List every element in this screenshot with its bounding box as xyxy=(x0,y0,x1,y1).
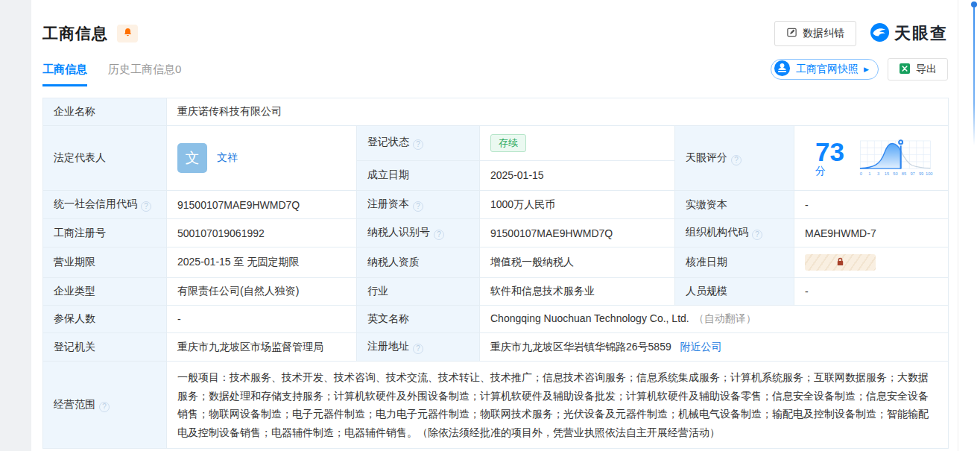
locked-approval-date[interactable] xyxy=(805,254,876,271)
est-date-value: 2025-01-15 xyxy=(480,160,675,190)
industry-value: 软件和信息技术服务业 xyxy=(480,278,675,306)
field-label: 登记状态? xyxy=(357,126,480,161)
field-label: 组织机构代码? xyxy=(675,219,794,247)
business-info-card: 工商信息 数据纠错 天眼查 xyxy=(31,0,958,451)
credit-code-value: 91500107MAE9HWMD7Q xyxy=(167,191,357,219)
field-label: 营业期限 xyxy=(43,247,167,278)
field-label: 人员规模 xyxy=(675,278,794,306)
export-button[interactable]: 导出 xyxy=(888,58,948,81)
field-label: 英文名称 xyxy=(357,306,480,333)
help-icon[interactable]: ? xyxy=(731,155,742,165)
field-label: 纳税人识别号? xyxy=(357,219,480,247)
tianyan-score[interactable]: 73分 xyxy=(805,133,938,183)
help-icon[interactable]: ? xyxy=(434,230,444,240)
english-name-value: Chongqing Nuochuan Technology Co., Ltd.（… xyxy=(480,306,949,333)
table-row: 工商注册号 500107019061992 纳税人识别号? 91500107MA… xyxy=(43,219,949,247)
field-label: 纳税人资质 xyxy=(357,247,480,278)
lock-icon xyxy=(835,256,845,269)
field-label: 实缴资本 xyxy=(675,191,794,219)
help-icon[interactable]: ? xyxy=(413,139,423,150)
chevron-right-icon: ▶ xyxy=(864,66,869,73)
table-row: 营业期限 2025-01-15 至 无固定期限 纳税人资质 增值税一般纳税人 核… xyxy=(43,247,949,278)
taxpayer-id-value: 91500107MAE9HWMD7Q xyxy=(480,219,675,247)
rail-progress-line xyxy=(973,7,975,145)
stamp-icon xyxy=(774,60,791,79)
data-correction-button[interactable]: 数据纠错 xyxy=(774,21,856,46)
legal-rep-avatar[interactable]: 文 xyxy=(177,143,207,173)
field-label: 注册资本? xyxy=(357,191,480,219)
table-row: 参保人数 - 英文名称 Chongqing Nuochuan Technolog… xyxy=(43,306,949,333)
table-row: 登记机关 重庆市九龙坡区市场监督管理局 注册地址? 重庆市九龙坡区华岩镇华锦路2… xyxy=(43,333,949,362)
score-value: 73 xyxy=(815,137,844,166)
nearby-companies-link[interactable]: 附近公司 xyxy=(680,341,722,353)
table-row: 法定代表人 文 文祥 登记状态? 存续 天眼评分? 73分 xyxy=(43,126,949,161)
insured-count-value: - xyxy=(167,306,357,333)
help-icon[interactable]: ? xyxy=(413,201,423,212)
business-info-table: 企业名称 重庆诺传科技有限公司 法定代表人 文 文祥 登记状态? 存续 天眼评分… xyxy=(42,98,949,449)
svg-text:99: 99 xyxy=(919,171,923,176)
svg-text:50: 50 xyxy=(893,171,897,176)
page-title: 工商信息 xyxy=(42,23,108,44)
reg-address-value: 重庆市九龙坡区华岩镇华锦路26号5859 附近公司 xyxy=(480,333,949,362)
company-name-value: 重庆诺传科技有限公司 xyxy=(167,98,949,126)
svg-text:0: 0 xyxy=(860,171,862,176)
field-label: 经营范围? xyxy=(43,362,167,449)
field-label: 登记机关 xyxy=(43,333,167,362)
field-label: 法定代表人 xyxy=(43,126,167,191)
svg-text:97: 97 xyxy=(910,171,914,176)
field-label: 参保人数 xyxy=(43,306,167,333)
staff-size-value: - xyxy=(794,278,949,306)
bell-icon xyxy=(123,27,133,40)
official-snapshot-button[interactable]: 工商官网快照 ▶ xyxy=(771,59,879,80)
paid-capital-value: - xyxy=(794,191,949,219)
reg-authority-value: 重庆市九龙坡区市场监督管理局 xyxy=(167,333,357,362)
auto-translate-note: （自动翻译） xyxy=(694,312,756,324)
field-label: 注册地址? xyxy=(357,333,480,362)
help-icon[interactable]: ? xyxy=(752,230,762,240)
company-type-value: 有限责任公司(自然人独资) xyxy=(167,278,357,306)
excel-icon xyxy=(899,63,911,77)
status-badge: 存续 xyxy=(490,134,526,152)
tabs: 工商信息 历史工商信息0 xyxy=(42,63,181,86)
svg-text:1: 1 xyxy=(868,171,870,176)
legal-rep-link[interactable]: 文祥 xyxy=(217,151,238,165)
help-icon[interactable]: ? xyxy=(141,201,151,212)
svg-text:15: 15 xyxy=(885,171,889,176)
help-icon[interactable]: ? xyxy=(99,402,110,412)
right-scroll-rail xyxy=(958,0,980,451)
field-label: 工商注册号 xyxy=(43,219,167,247)
tab-business-info[interactable]: 工商信息 xyxy=(42,63,87,86)
table-row: 统一社会信用代码? 91500107MAE9HWMD7Q 注册资本? 1000万… xyxy=(43,191,949,219)
svg-text:100: 100 xyxy=(926,171,933,176)
score-distribution-chart: 0 1 3 15 50 85 97 99 100 xyxy=(858,134,933,182)
business-scope-value: 一般项目：技术服务、技术开发、技术咨询、技术交流、技术转让、技术推广；信息技术咨… xyxy=(167,362,949,449)
org-code-value: MAE9HWMD-7 xyxy=(794,219,949,247)
edit-icon xyxy=(786,27,797,40)
brand-name: 天眼查 xyxy=(894,22,948,45)
help-icon[interactable]: ? xyxy=(413,344,423,354)
taxpayer-quality-value: 增值税一般纳税人 xyxy=(480,247,675,278)
tab-history-business-info[interactable]: 历史工商信息0 xyxy=(108,63,181,86)
field-label: 行业 xyxy=(357,278,480,306)
field-label: 核准日期 xyxy=(675,247,794,278)
field-label: 天眼评分? xyxy=(675,126,794,191)
subscribe-bell-button[interactable] xyxy=(117,25,138,42)
reg-capital-value: 1000万人民币 xyxy=(480,191,675,219)
svg-text:3: 3 xyxy=(877,171,879,176)
header: 工商信息 数据纠错 天眼查 xyxy=(42,21,948,46)
table-row: 企业名称 重庆诺传科技有限公司 xyxy=(43,98,949,126)
tianyancha-logo-icon xyxy=(870,22,890,45)
table-row: 企业类型 有限责任公司(自然人独资) 行业 软件和信息技术服务业 人员规模 - xyxy=(43,278,949,306)
tianyancha-brand[interactable]: 天眼查 xyxy=(870,22,948,45)
svg-text:85: 85 xyxy=(902,171,906,176)
field-label: 企业名称 xyxy=(43,98,167,126)
field-label: 统一社会信用代码? xyxy=(43,191,167,219)
reg-number-value: 500107019061992 xyxy=(167,219,357,247)
business-term-value: 2025-01-15 至 无固定期限 xyxy=(167,247,357,278)
field-label: 成立日期 xyxy=(357,160,480,190)
table-row: 经营范围? 一般项目：技术服务、技术开发、技术咨询、技术交流、技术转让、技术推广… xyxy=(43,362,949,449)
rail-anchor-dot[interactable] xyxy=(971,1,977,7)
field-label: 企业类型 xyxy=(43,278,167,306)
